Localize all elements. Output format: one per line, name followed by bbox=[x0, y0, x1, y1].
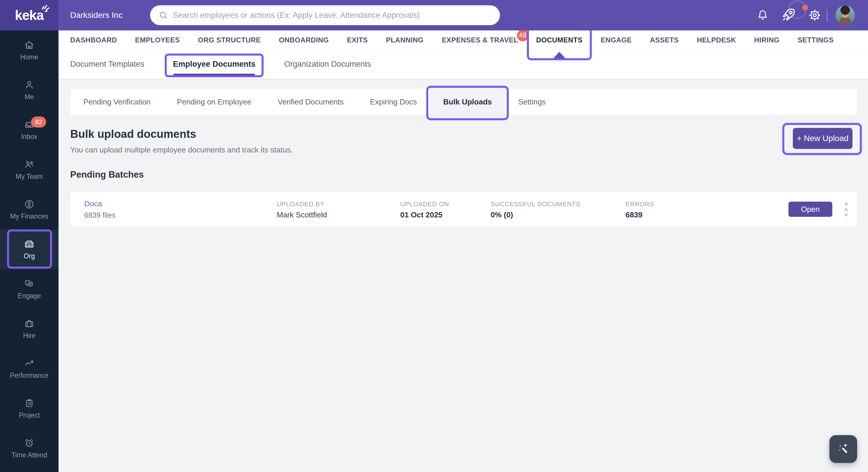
sidebar-item-label: Hire bbox=[23, 332, 35, 340]
documents-tab-strip: Pending Verification Pending on Employee… bbox=[70, 89, 857, 115]
uploaded-by-label: UPLOADED BY bbox=[277, 201, 324, 208]
engage-chat-icon bbox=[24, 278, 35, 289]
clipboard-icon bbox=[24, 398, 35, 409]
active-subnav-underline bbox=[174, 74, 255, 77]
tab-expiring-docs[interactable]: Expiring Docs bbox=[357, 89, 430, 115]
settings-gear-icon[interactable] bbox=[808, 0, 822, 30]
logo-spark-icon bbox=[39, 3, 51, 14]
nav-hiring[interactable]: HIRING bbox=[754, 36, 779, 44]
notifications-bell-icon[interactable] bbox=[756, 0, 769, 30]
sidebar-item-org[interactable]: Org bbox=[0, 229, 59, 269]
sidebar-item-my-team[interactable]: My Team bbox=[0, 150, 59, 189]
batch-name-link[interactable]: Doca bbox=[84, 199, 102, 208]
sidebar-item-label: My Team bbox=[16, 173, 43, 181]
sidebar-item-label: Home bbox=[20, 53, 38, 61]
batch-row: Doca 6839 files UPLOADED BY Mark Scottfi… bbox=[70, 192, 857, 227]
nav-settings[interactable]: SETTINGS bbox=[798, 36, 834, 44]
subnav-document-templates[interactable]: Document Templates bbox=[70, 50, 144, 79]
whats-new-rocket-icon[interactable] bbox=[780, 0, 797, 30]
open-batch-button[interactable]: Open bbox=[788, 202, 832, 217]
sidebar-item-label: Org bbox=[24, 252, 35, 260]
subnav-organization-documents[interactable]: Organization Documents bbox=[284, 50, 371, 79]
nav-engage[interactable]: ENGAGE bbox=[600, 36, 631, 44]
subnav-employee-documents[interactable]: Employee Documents bbox=[173, 50, 255, 79]
batch-file-count: 6839 files bbox=[84, 211, 116, 219]
sidebar-item-my-finances[interactable]: My Finances bbox=[0, 189, 59, 229]
sidebar-item-performance[interactable]: Performance bbox=[0, 349, 59, 389]
main-nav: DASHBOARD EMPLOYEES ORG STRUCTURE ONBOAR… bbox=[59, 30, 868, 50]
tab-bulk-uploads[interactable]: Bulk Uploads bbox=[430, 89, 505, 115]
user-avatar[interactable] bbox=[836, 5, 855, 25]
sidebar-item-hire[interactable]: Hire bbox=[0, 309, 59, 349]
errors-value: 6839 bbox=[625, 210, 643, 219]
nav-employees[interactable]: EMPLOYEES bbox=[135, 36, 180, 44]
sidebar-item-home[interactable]: Home bbox=[0, 30, 59, 70]
nav-helpdesk[interactable]: HELPDESK bbox=[697, 36, 736, 44]
org-building-icon bbox=[24, 238, 35, 249]
sidebar: Home Me 82 Inbox My Team My Finances bbox=[0, 30, 59, 472]
sidebar-item-project[interactable]: Project bbox=[0, 389, 59, 429]
uploaded-by-value: Mark Scottfield bbox=[277, 210, 327, 219]
successful-documents-label: SUCCESSFUL DOCUMENTS bbox=[491, 201, 581, 208]
nav-onboarding[interactable]: ONBOARDING bbox=[279, 36, 329, 44]
briefcase-icon bbox=[24, 318, 35, 329]
documents-sub-nav: Document Templates Employee Documents Or… bbox=[59, 50, 868, 79]
top-bar: keka Darksiders Inc bbox=[0, 0, 868, 30]
tab-verified-documents[interactable]: Verified Documents bbox=[265, 89, 356, 115]
sidebar-item-me[interactable]: Me bbox=[0, 70, 59, 110]
sidebar-item-label: Engage bbox=[18, 292, 41, 300]
topbar-divider bbox=[827, 9, 827, 22]
sidebar-item-label: Me bbox=[25, 93, 34, 101]
errors-label: ERRORS bbox=[625, 201, 654, 208]
tab-pending-on-employee[interactable]: Pending on Employee bbox=[164, 89, 265, 115]
magic-wand-icon bbox=[835, 441, 851, 458]
sidebar-item-label: Performance bbox=[10, 372, 49, 380]
sidebar-item-label: My Finances bbox=[10, 212, 48, 220]
assistant-fab[interactable] bbox=[829, 435, 857, 463]
nav-expenses-travel[interactable]: EXPENSES & TRAVEL 48 bbox=[442, 36, 518, 44]
alarm-clock-icon bbox=[24, 438, 35, 449]
sidebar-item-inbox[interactable]: 82 Inbox bbox=[0, 110, 59, 150]
nav-dashboard[interactable]: DASHBOARD bbox=[70, 36, 117, 44]
content-area: Pending Verification Pending on Employee… bbox=[59, 79, 868, 472]
active-nav-triangle-icon bbox=[553, 52, 566, 59]
home-icon bbox=[24, 39, 35, 51]
page-subtitle: You can upload multiple employee documen… bbox=[70, 145, 293, 154]
dollar-icon bbox=[24, 199, 35, 210]
sidebar-item-label: Inbox bbox=[21, 133, 37, 141]
sidebar-item-time-attend[interactable]: Time Attend bbox=[0, 429, 59, 468]
global-search[interactable] bbox=[150, 5, 500, 25]
inbox-count-badge: 82 bbox=[31, 116, 46, 127]
sidebar-item-engage[interactable]: Engage bbox=[0, 269, 59, 309]
successful-documents-value: 0% (0) bbox=[491, 210, 513, 219]
person-icon bbox=[24, 79, 35, 90]
sidebar-item-label: Time Attend bbox=[11, 451, 47, 459]
tab-settings[interactable]: Settings bbox=[505, 89, 559, 115]
company-name: Darksiders Inc bbox=[70, 0, 123, 30]
tab-pending-verification[interactable]: Pending Verification bbox=[70, 89, 164, 115]
new-upload-button[interactable]: + New Upload bbox=[793, 128, 852, 149]
team-icon bbox=[24, 159, 35, 170]
uploaded-on-label: UPLOADED ON bbox=[400, 201, 449, 208]
rocket-badge-dot bbox=[802, 5, 808, 10]
page-title: Bulk upload documents bbox=[70, 128, 196, 141]
nav-planning[interactable]: PLANNING bbox=[386, 36, 424, 44]
sidebar-item-label: Project bbox=[19, 411, 40, 419]
search-input[interactable] bbox=[173, 11, 492, 20]
nav-assets[interactable]: ASSETS bbox=[650, 36, 678, 44]
nav-org-structure[interactable]: ORG STRUCTURE bbox=[198, 36, 261, 44]
expenses-count-badge: 48 bbox=[517, 30, 529, 41]
search-icon bbox=[158, 10, 168, 20]
nav-exits[interactable]: EXITS bbox=[347, 36, 368, 44]
pending-batches-title: Pending Batches bbox=[70, 170, 144, 180]
nav-documents[interactable]: DOCUMENTS bbox=[536, 36, 583, 44]
keka-logo[interactable]: keka bbox=[0, 0, 59, 30]
trend-icon bbox=[24, 358, 35, 369]
kebab-menu-icon[interactable] bbox=[843, 203, 849, 216]
uploaded-on-value: 01 Oct 2025 bbox=[400, 210, 443, 219]
